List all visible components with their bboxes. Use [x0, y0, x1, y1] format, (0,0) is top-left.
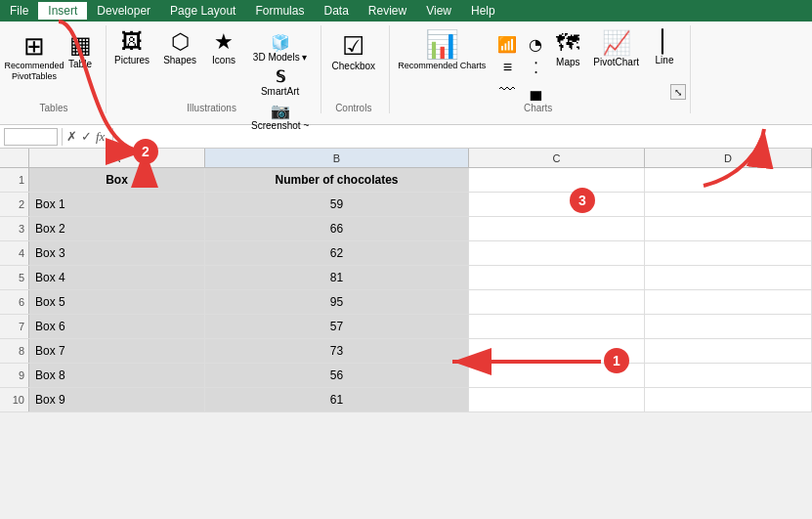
pivot-chart-button[interactable]: 📈 PivotChart — [589, 29, 643, 69]
menu-data[interactable]: Data — [314, 2, 358, 20]
insert-function-icon[interactable]: fx — [96, 129, 105, 145]
cell-d4[interactable] — [645, 241, 812, 265]
cell-d8[interactable] — [645, 339, 812, 363]
cell-a7[interactable]: Box 6 — [29, 315, 205, 338]
insert-waterfall-button[interactable]: ▄ — [525, 80, 546, 102]
badge-3: 3 — [570, 188, 595, 213]
cell-a4[interactable]: Box 3 — [29, 241, 205, 265]
cell-b8[interactable]: 73 — [205, 339, 469, 363]
smartart-button[interactable]: 𝕊 SmartArt — [247, 65, 313, 99]
col-header-a[interactable]: A — [29, 149, 205, 167]
cell-c6[interactable] — [469, 290, 645, 314]
cell-b5[interactable]: 81 — [205, 266, 469, 289]
cell-d7[interactable] — [645, 315, 812, 338]
cancel-formula-icon[interactable]: ✗ — [66, 129, 77, 144]
cell-b2[interactable]: 59 — [205, 193, 469, 216]
cell-a2[interactable]: Box 1 — [29, 193, 205, 216]
pictures-button[interactable]: 🖼 Pictures — [110, 29, 153, 67]
cell-d3[interactable] — [645, 217, 812, 240]
badge-1: 1 — [604, 348, 629, 373]
row-number: 4 — [0, 241, 29, 265]
cell-c5[interactable] — [469, 266, 645, 289]
ribbon-group-tables: ⊞ RecommendedPivotTables ▦ Table Tables — [6, 25, 107, 113]
cell-b6[interactable]: 95 — [205, 290, 469, 314]
menu-view[interactable]: View — [416, 2, 461, 20]
name-box[interactable] — [4, 128, 58, 146]
recommended-charts-label: Recommended Charts — [398, 61, 486, 71]
3d-models-icon: 🧊 — [271, 33, 290, 52]
recommended-charts-button[interactable]: 📊 Recommended Charts — [394, 29, 490, 73]
cell-b1[interactable]: Number of chocolates — [205, 168, 469, 192]
cell-c7[interactable] — [469, 315, 645, 338]
insert-column-chart-button[interactable]: 📶 — [493, 33, 521, 56]
cell-b3[interactable]: 66 — [205, 217, 469, 240]
menu-developer[interactable]: Developer — [87, 2, 160, 20]
cell-d10[interactable] — [645, 388, 812, 411]
row-number: 10 — [0, 388, 29, 411]
spreadsheet: A B C D 1 Box Number of chocolates 2 Box… — [0, 149, 812, 519]
table-button[interactable]: ▦ Table — [63, 31, 98, 71]
waterfall-icon: ▄ — [531, 82, 541, 100]
cell-c10[interactable] — [469, 388, 645, 411]
cell-c3[interactable] — [469, 217, 645, 240]
checkbox-button[interactable]: ☑ Checkbox — [328, 31, 379, 73]
confirm-formula-icon[interactable]: ✓ — [81, 129, 92, 144]
cell-a3[interactable]: Box 2 — [29, 217, 205, 240]
smartart-icon: 𝕊 — [276, 67, 285, 86]
cell-d9[interactable] — [645, 364, 812, 387]
menu-formulas[interactable]: Formulas — [245, 2, 314, 20]
cell-d2[interactable] — [645, 193, 812, 216]
cell-a10[interactable]: Box 9 — [29, 388, 205, 411]
column-headers: A B C D — [0, 149, 812, 168]
line-button[interactable]: ⎢ Line — [647, 29, 682, 67]
cell-c1[interactable] — [469, 168, 645, 192]
row-number: 6 — [0, 290, 29, 314]
cell-a6[interactable]: Box 5 — [29, 290, 205, 314]
badge-2: 2 — [133, 139, 158, 164]
insert-pie-chart-button[interactable]: ◔ — [525, 33, 546, 56]
maps-button[interactable]: 🗺 Maps — [550, 29, 585, 69]
icons-button[interactable]: ★ Icons — [206, 29, 241, 67]
menu-file[interactable]: File — [0, 2, 38, 20]
row-number: 5 — [0, 266, 29, 289]
recommended-pivot-tables-button[interactable]: ⊞ RecommendedPivotTables — [10, 31, 59, 84]
menu-help[interactable]: Help — [461, 2, 505, 20]
menu-review[interactable]: Review — [359, 2, 416, 20]
table-row: 8 Box 7 73 — [0, 339, 812, 364]
charts-expand-button[interactable]: ⤡ — [670, 84, 686, 100]
menu-insert[interactable]: Insert — [38, 2, 87, 20]
cell-a8[interactable]: Box 7 — [29, 339, 205, 363]
cell-d1[interactable] — [645, 168, 812, 192]
col-header-c[interactable]: C — [469, 149, 645, 167]
line-chart-icon: 〰 — [499, 81, 515, 99]
cell-d5[interactable] — [645, 266, 812, 289]
cell-c4[interactable] — [469, 241, 645, 265]
menu-bar: File Insert Developer Page Layout Formul… — [0, 0, 812, 22]
row-number: 2 — [0, 193, 29, 216]
icons-label: Icons — [212, 55, 235, 65]
shapes-label: Shapes — [163, 55, 196, 65]
table-row: 7 Box 6 57 — [0, 315, 812, 339]
table-row: 5 Box 4 81 — [0, 266, 812, 290]
cell-c2[interactable] — [469, 193, 645, 216]
insert-bar-chart-button[interactable]: ≡ — [493, 57, 521, 78]
cell-b4[interactable]: 62 — [205, 241, 469, 265]
col-header-b[interactable]: B — [205, 149, 469, 167]
line-label: Line — [656, 55, 674, 65]
cell-a5[interactable]: Box 4 — [29, 266, 205, 289]
cell-b9[interactable]: 56 — [205, 364, 469, 387]
insert-line-chart-button[interactable]: 〰 — [493, 79, 521, 101]
menu-page-layout[interactable]: Page Layout — [160, 2, 245, 20]
cell-a9[interactable]: Box 8 — [29, 364, 205, 387]
scatter-icon: ⁚ — [534, 59, 538, 77]
3d-models-button[interactable]: 🧊 3D Models ▾ — [247, 31, 313, 65]
cell-d6[interactable] — [645, 290, 812, 314]
cell-b10[interactable]: 61 — [205, 388, 469, 411]
col-header-d[interactable]: D — [645, 149, 812, 167]
cell-a1[interactable]: Box — [29, 168, 205, 192]
insert-scatter-button[interactable]: ⁚ — [525, 57, 546, 79]
shapes-button[interactable]: ⬡ Shapes — [159, 29, 200, 67]
cell-b7[interactable]: 57 — [205, 315, 469, 338]
ribbon-group-illustrations: 🖼 Pictures ⬡ Shapes ★ Icons 🧊 3D Models … — [107, 25, 321, 113]
row-number: 1 — [0, 168, 29, 192]
